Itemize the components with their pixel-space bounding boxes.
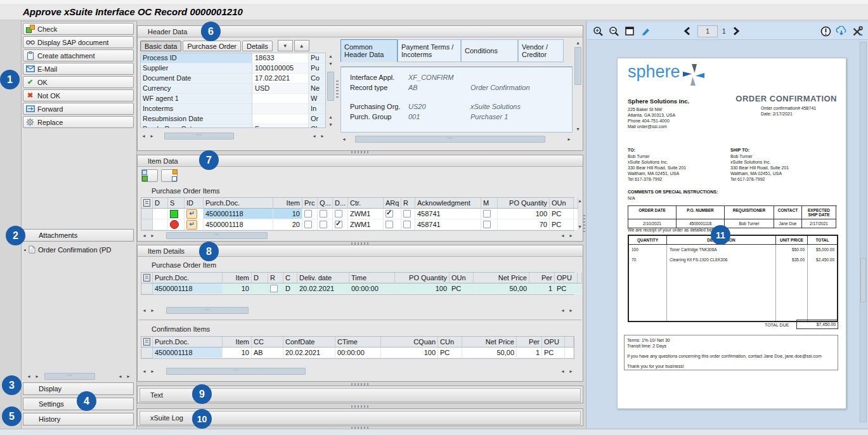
comments-label: COMMENTS OR SPECIAL INSTRUCTIONS: — [628, 189, 718, 195]
next-page-icon[interactable] — [730, 25, 742, 37]
previous-page-icon[interactable] — [682, 25, 693, 37]
ok-check-icon: ✔ — [25, 78, 35, 87]
company-line: 225 Baker St NW — [628, 107, 662, 112]
forward-icon — [25, 105, 35, 114]
row-selector[interactable] — [141, 209, 153, 219]
d-checkbox[interactable] — [335, 210, 342, 218]
po-item-subtitle: Purchase Order Item — [152, 261, 216, 269]
tab-payment-terms[interactable]: Payment Terms / Incoterms — [398, 39, 461, 62]
display-button[interactable]: Display — [23, 382, 134, 395]
confirmation-h-scrollbar[interactable]: ◂▸ ◂▸ — [141, 367, 574, 375]
row-selector[interactable] — [141, 347, 153, 358]
annotation-3: 3 — [2, 375, 22, 395]
email-button[interactable]: E-Mail — [23, 63, 134, 75]
annotation-5: 5 — [2, 406, 22, 426]
table-settings-button[interactable] — [141, 337, 153, 347]
tab-common-header-data[interactable]: Common Header Data — [340, 39, 398, 62]
zoom-in-icon[interactable] — [592, 25, 604, 37]
panel-splitter-4[interactable] — [351, 405, 369, 408]
status-cell — [168, 219, 185, 230]
page-title: Approve xSuite Interface OC Record 00000… — [23, 6, 243, 17]
tab-details[interactable]: Details — [242, 41, 273, 51]
prc-checkbox[interactable] — [304, 210, 312, 218]
total-due-value: $7,450.00 — [796, 320, 838, 329]
annotation-6: 6 — [201, 22, 221, 41]
create-attachment-button[interactable]: Create attachment — [23, 49, 134, 62]
status-cell — [168, 209, 185, 219]
main-pdf-splitter[interactable] — [583, 214, 585, 232]
header-fields-h-scrollbar[interactable]: ◂▸ ◂▸ — [140, 132, 326, 140]
tools-icon[interactable] — [852, 25, 863, 37]
header-fields-v-scrollbar[interactable]: ▴▾ ▴▾ — [327, 53, 335, 128]
po-item-h-scrollbar[interactable]: ◂▸ ◂▸ — [141, 306, 574, 315]
bullet-icon — [24, 249, 26, 251]
tab-scroll-down-button[interactable]: ▼ — [278, 40, 293, 51]
m-checkbox[interactable] — [483, 210, 491, 218]
main-area: Header Data Basic data Purchase Order De… — [137, 24, 584, 429]
r-checkbox[interactable] — [270, 285, 278, 292]
header-detail-v-scrollbar[interactable]: ▴ ▾ — [574, 39, 582, 133]
gear-icon — [25, 118, 35, 127]
item-details-panel: Item Details Purchase Order Item Purch.D… — [137, 245, 583, 382]
table-settings-button[interactable] — [141, 273, 153, 283]
alert-icon[interactable] — [820, 25, 831, 37]
item-link-icon[interactable]: ↵ — [186, 209, 197, 219]
attachments-header[interactable]: Attachments — [23, 229, 134, 242]
item-link-icon[interactable]: ↵ — [186, 220, 197, 230]
d-checkbox[interactable] — [335, 221, 342, 228]
pdf-viewer: 1 sphere ORDER CONFIRMATION Order confir… — [586, 21, 868, 429]
prc-checkbox[interactable] — [304, 221, 312, 228]
company-line: Atlanta, GA 30313, USA — [628, 112, 675, 118]
po-item-table: Purch.Doc. Item D R C Deliv. date Time P… — [141, 272, 574, 295]
doc-footer-box: Terms: 1%-10/ Net 30 Transit time: 2 Day… — [624, 335, 838, 370]
tab-vendor-creditor[interactable]: Vendor / Creditor — [518, 39, 564, 62]
zoom-out-icon[interactable] — [608, 25, 619, 37]
table-grid-icon — [143, 274, 150, 282]
tab-scroll-up-button[interactable]: ▲ — [294, 40, 309, 51]
forward-button[interactable]: Forward — [23, 103, 134, 115]
tab-purchase-order[interactable]: Purchase Order — [183, 41, 241, 51]
document-icon — [29, 245, 36, 255]
r-checkbox[interactable] — [403, 210, 411, 218]
tab-basic-data[interactable]: Basic data — [140, 41, 181, 51]
replace-button[interactable]: Replace — [23, 116, 134, 128]
q-checkbox[interactable] — [320, 221, 327, 228]
sphere-logo-text: sphere — [628, 62, 680, 82]
sidebar-h-scrollbar[interactable]: ◂▸ ◂▸ — [25, 372, 132, 380]
display-sap-document-button[interactable]: Display SAP document — [23, 36, 134, 48]
m-checkbox[interactable] — [483, 221, 491, 228]
status-led-red — [170, 220, 179, 229]
header-detail-h-scrollbar[interactable]: ◂ ▸ — [340, 135, 573, 143]
check-button[interactable]: Check — [23, 23, 134, 35]
po-items-h-scrollbar[interactable]: ◂▸ ◂▸ — [141, 231, 574, 240]
row-selector[interactable] — [141, 219, 153, 230]
download-icon[interactable] — [836, 25, 847, 37]
row-selector[interactable] — [141, 283, 153, 294]
check-icon — [25, 25, 35, 34]
clipboard-icon — [25, 51, 35, 60]
r-checkbox[interactable] — [403, 221, 411, 228]
header-pane-splitter[interactable] — [336, 80, 339, 98]
confirmation-items-subtitle: Confirmation Items — [152, 325, 210, 333]
annotation-9: 9 — [192, 384, 212, 404]
attachment-item[interactable]: Order Confirmation (PD — [24, 245, 133, 255]
panel-splitter-1[interactable] — [351, 151, 369, 153]
header-data-basic-pane: Basic data Purchase Order Details ▼ ▲ Pr… — [140, 39, 337, 149]
arq-checkbox[interactable] — [385, 210, 393, 218]
q-checkbox[interactable] — [320, 210, 327, 218]
pdf-page: sphere ORDER CONFIRMATION Order confirma… — [617, 58, 846, 409]
order-info-table: ORDER DATE P.O. NUMBER REQUISITIONER CON… — [628, 205, 837, 228]
pdf-v-scrollbar[interactable] — [860, 42, 867, 422]
highlighter-icon[interactable] — [640, 25, 651, 37]
arq-checkbox[interactable] — [385, 221, 393, 228]
status-led-green — [170, 210, 178, 218]
fit-page-icon[interactable] — [624, 25, 635, 37]
to-label: TO: — [628, 147, 635, 153]
history-button[interactable]: History — [23, 413, 134, 425]
not-ok-button[interactable]: ✖ Not OK — [23, 89, 134, 101]
table-settings-button[interactable] — [141, 198, 153, 209]
table-grid-icon — [143, 199, 150, 207]
tab-conditions[interactable]: Conditions — [461, 39, 518, 62]
page-number-input[interactable] — [697, 25, 718, 37]
ok-button[interactable]: ✔ OK — [23, 76, 134, 88]
